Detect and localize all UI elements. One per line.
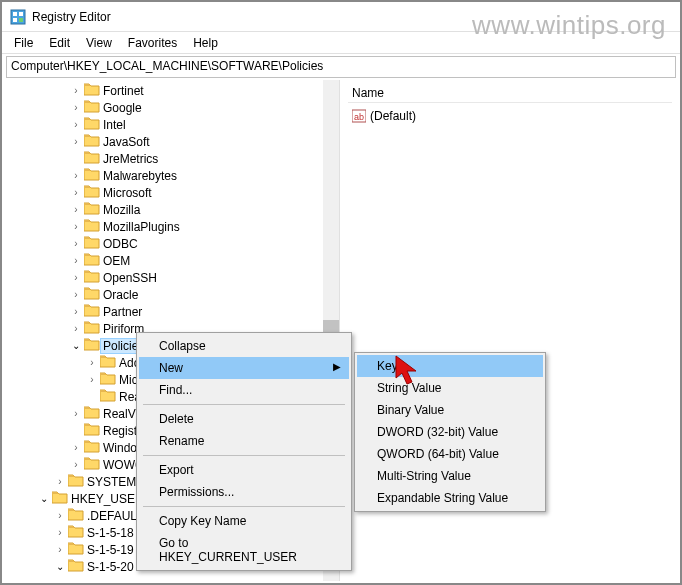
- ctx-rename[interactable]: Rename: [139, 430, 349, 452]
- tree-item[interactable]: JreMetrics: [2, 150, 339, 167]
- submenu-binary[interactable]: Binary Value: [357, 399, 543, 421]
- registry-icon: [10, 9, 26, 25]
- submenu-dword[interactable]: DWORD (32-bit) Value: [357, 421, 543, 443]
- expander-icon[interactable]: ›: [70, 136, 82, 147]
- tree-item[interactable]: ›Oracle: [2, 286, 339, 303]
- tree-item[interactable]: ›ODBC: [2, 235, 339, 252]
- tree-item[interactable]: ›Mozilla: [2, 201, 339, 218]
- expander-icon[interactable]: ›: [70, 238, 82, 249]
- tree-item[interactable]: ›MozillaPlugins: [2, 218, 339, 235]
- ctx-find[interactable]: Find...: [139, 379, 349, 401]
- expander-icon[interactable]: ›: [54, 527, 66, 538]
- folder-icon: [66, 541, 87, 558]
- arrow-cursor-icon: [394, 354, 424, 388]
- folder-icon: [82, 99, 103, 116]
- submenu-qword[interactable]: QWORD (64-bit) Value: [357, 443, 543, 465]
- tree-item-label: Oracle: [103, 288, 138, 302]
- expander-icon[interactable]: ›: [70, 255, 82, 266]
- submenu-key[interactable]: Key: [357, 355, 543, 377]
- list-item-default[interactable]: ab (Default): [348, 107, 672, 125]
- expander-icon[interactable]: ›: [70, 85, 82, 96]
- ctx-new[interactable]: New ▶: [139, 357, 349, 379]
- ctx-copy-key[interactable]: Copy Key Name: [139, 510, 349, 532]
- tree-item[interactable]: ›Microsoft: [2, 184, 339, 201]
- svg-rect-3: [13, 18, 17, 22]
- tree-item-label: Partner: [103, 305, 142, 319]
- tree-item[interactable]: ›Google: [2, 99, 339, 116]
- list-header-name[interactable]: Name: [348, 84, 672, 103]
- svg-rect-2: [19, 12, 23, 16]
- ctx-collapse[interactable]: Collapse: [139, 335, 349, 357]
- expander-icon[interactable]: ›: [70, 204, 82, 215]
- tree-item[interactable]: ›Partner: [2, 303, 339, 320]
- expander-icon[interactable]: ›: [70, 272, 82, 283]
- new-submenu: Key String Value Binary Value DWORD (32-…: [354, 352, 546, 512]
- expander-icon[interactable]: ›: [70, 459, 82, 470]
- tree-item[interactable]: ›Malwarebytes: [2, 167, 339, 184]
- folder-icon: [66, 507, 87, 524]
- expander-icon[interactable]: ›: [70, 119, 82, 130]
- submenu-expandable[interactable]: Expandable String Value: [357, 487, 543, 509]
- expander-icon[interactable]: ›: [70, 442, 82, 453]
- folder-icon: [82, 439, 103, 456]
- menu-view[interactable]: View: [78, 34, 120, 52]
- tree-item-label: .DEFAULT: [87, 509, 143, 523]
- tree-item-label: Malwarebytes: [103, 169, 177, 183]
- expander-icon[interactable]: ›: [70, 170, 82, 181]
- tree-item[interactable]: ›JavaSoft: [2, 133, 339, 150]
- tree-item-label: MozillaPlugins: [103, 220, 180, 234]
- expander-icon[interactable]: ›: [70, 289, 82, 300]
- tree-item-label: OpenSSH: [103, 271, 157, 285]
- svg-text:ab: ab: [354, 112, 364, 122]
- menu-edit[interactable]: Edit: [41, 34, 78, 52]
- list-item-label: (Default): [370, 109, 416, 123]
- folder-icon: [82, 150, 103, 167]
- address-bar[interactable]: Computer\HKEY_LOCAL_MACHINE\SOFTWARE\Pol…: [6, 56, 676, 78]
- folder-icon: [82, 456, 103, 473]
- expander-icon[interactable]: ⌄: [38, 493, 50, 504]
- submenu-multi[interactable]: Multi-String Value: [357, 465, 543, 487]
- tree-item[interactable]: ›Intel: [2, 116, 339, 133]
- folder-icon: [82, 303, 103, 320]
- folder-icon: [82, 201, 103, 218]
- expander-icon[interactable]: ›: [70, 323, 82, 334]
- folder-icon: [66, 524, 87, 541]
- expander-icon[interactable]: ›: [54, 544, 66, 555]
- menu-file[interactable]: File: [6, 34, 41, 52]
- expander-icon[interactable]: ⌄: [54, 561, 66, 572]
- menu-help[interactable]: Help: [185, 34, 226, 52]
- tree-item[interactable]: ›OEM: [2, 252, 339, 269]
- expander-icon[interactable]: ⌄: [70, 340, 82, 351]
- ctx-goto[interactable]: Go to HKEY_CURRENT_USER: [139, 532, 349, 568]
- expander-icon[interactable]: ›: [86, 357, 98, 368]
- tree-item-label: S-1-5-18: [87, 526, 134, 540]
- tree-item-label: Fortinet: [103, 84, 144, 98]
- tree-item-label: ODBC: [103, 237, 138, 251]
- watermark: www.wintips.org: [472, 10, 666, 41]
- submenu-string[interactable]: String Value: [357, 377, 543, 399]
- expander-icon[interactable]: ›: [70, 187, 82, 198]
- separator: [143, 455, 345, 456]
- folder-icon: [82, 218, 103, 235]
- expander-icon[interactable]: ›: [70, 221, 82, 232]
- expander-icon[interactable]: ›: [70, 102, 82, 113]
- expander-icon[interactable]: ›: [70, 408, 82, 419]
- tree-item[interactable]: ›Fortinet: [2, 82, 339, 99]
- expander-icon[interactable]: ›: [54, 476, 66, 487]
- folder-icon: [82, 167, 103, 184]
- ctx-delete[interactable]: Delete: [139, 408, 349, 430]
- folder-icon: [82, 405, 103, 422]
- folder-icon: [82, 269, 103, 286]
- expander-icon[interactable]: ›: [70, 306, 82, 317]
- expander-icon[interactable]: ›: [86, 374, 98, 385]
- expander-icon[interactable]: ›: [54, 510, 66, 521]
- string-value-icon: ab: [352, 109, 366, 123]
- tree-item-label: S-1-5-19: [87, 543, 134, 557]
- ctx-export[interactable]: Export: [139, 459, 349, 481]
- ctx-permissions[interactable]: Permissions...: [139, 481, 349, 503]
- tree-item-label: SYSTEM: [87, 475, 136, 489]
- menu-favorites[interactable]: Favorites: [120, 34, 185, 52]
- folder-icon: [82, 82, 103, 99]
- folder-icon: [82, 133, 103, 150]
- tree-item[interactable]: ›OpenSSH: [2, 269, 339, 286]
